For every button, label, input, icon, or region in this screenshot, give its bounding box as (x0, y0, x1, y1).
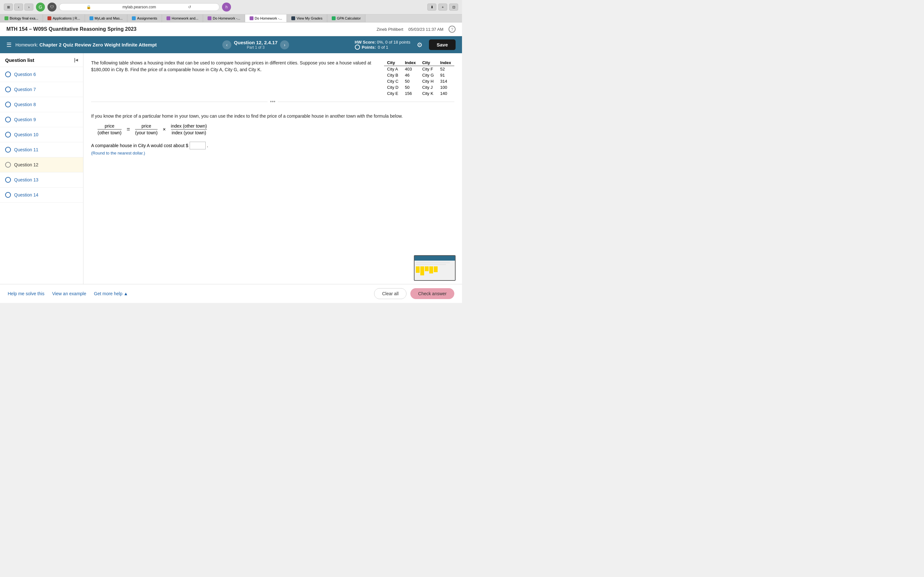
table-row: City B 46 City G 91 (384, 72, 454, 78)
points-line: Points: 0 of 1 (355, 45, 410, 50)
sidebar-item-q9[interactable]: Question 9 (0, 112, 83, 127)
check-answer-btn[interactable]: Check answer (410, 288, 454, 299)
q12-circle (5, 162, 11, 168)
extensions-btn[interactable]: ⊡ (449, 3, 458, 11)
sidebar-item-q8[interactable]: Question 8 (0, 97, 83, 112)
r2c1: City B (384, 72, 402, 78)
tab-icon-grades (291, 16, 295, 20)
rhs-fraction-index: index (other town) index (your town) (171, 123, 207, 135)
tab-label-applications: Applications | R... (53, 16, 80, 20)
browser-tabs: Biology final exa... Applications | R...… (0, 15, 462, 23)
tab-mylab[interactable]: MyLab and Mas... (85, 15, 128, 22)
download-btn[interactable]: ⬇ (427, 3, 436, 11)
hw-title: Chapter 2 Quiz Review Zero Weight Infini… (39, 42, 157, 47)
thumb-header (415, 256, 455, 261)
r3c4: 314 (437, 78, 454, 84)
sidebar-item-q13[interactable]: Question 13 (0, 172, 83, 187)
clear-all-btn[interactable]: Clear all (374, 288, 407, 299)
prev-question-btn[interactable]: ‹ (222, 40, 231, 49)
col-index2: Index (437, 60, 454, 66)
q6-circle (5, 71, 11, 77)
q9-circle (5, 117, 11, 122)
index-denominator: index (your town) (171, 130, 207, 135)
tab-icon-mylab (89, 16, 94, 20)
lhs-numerator: price (97, 123, 121, 129)
table-row: City A 403 City F 52 (384, 66, 454, 73)
answer-input[interactable] (190, 142, 206, 149)
hw-score-label: HW Score: (355, 40, 376, 45)
q14-circle (5, 192, 11, 198)
city-table-container: City Index City Index City A 403 City F (384, 60, 454, 97)
r5c3: City K (419, 90, 437, 97)
q11-label: Question 11 (14, 147, 39, 152)
menu-icon[interactable]: ☰ (6, 41, 11, 48)
tab-label-dohw2: Do Homework -... (255, 16, 282, 20)
help-me-solve-btn[interactable]: Help me solve this (8, 291, 44, 296)
tab-grades[interactable]: View My Grades (287, 15, 327, 22)
tab-gpa[interactable]: GPA Calculator (327, 15, 365, 22)
grammarly-icon: G (36, 3, 45, 11)
sidebar-item-q11[interactable]: Question 11 (0, 142, 83, 157)
tab-dohomework1[interactable]: Do Homework -... (203, 15, 245, 22)
datetime: 05/03/23 11:37 AM (409, 27, 443, 32)
q7-circle (5, 87, 11, 92)
formula-intro-text: If you know the price of a particular ho… (91, 113, 454, 119)
index-numerator: index (other town) (171, 123, 207, 129)
tab-applications[interactable]: Applications | R... (43, 15, 85, 22)
view-example-btn[interactable]: View an example (52, 291, 86, 296)
browser-controls: ⊞ ‹ › (4, 3, 33, 11)
points-label: Points: (362, 45, 376, 50)
r4c2: 50 (402, 84, 419, 90)
sidebar-item-q14[interactable]: Question 14 (0, 187, 83, 203)
thumb-bar2 (420, 266, 424, 276)
address-bar[interactable]: 🔒 mylab.pearson.com ↺ (59, 3, 220, 11)
thumb-content (415, 261, 455, 277)
new-tab-btn[interactable]: + (438, 3, 447, 11)
thumbnail-overlay[interactable] (414, 255, 456, 281)
tab-assignments[interactable]: Assignments (128, 15, 162, 22)
tab-label-grades: View My Grades (296, 16, 322, 20)
main-layout: Question list |◂ Question 6 Question 7 Q… (0, 53, 462, 284)
thumb-line2 (416, 264, 446, 265)
r1c4: 52 (437, 66, 454, 73)
tab-label-mylab: MyLab and Mas... (95, 16, 123, 20)
q9-label: Question 9 (14, 117, 36, 122)
collapse-sidebar-btn[interactable]: |◂ (74, 57, 78, 63)
question-number: Question 12, 2.4.17 (234, 40, 278, 45)
rhs-den-price: (your town) (135, 130, 158, 135)
hw-bar: ☰ Homework: Chapter 2 Quiz Review Zero W… (0, 36, 462, 53)
sidebar-item-q10[interactable]: Question 10 (0, 127, 83, 142)
points-circle-icon (355, 45, 360, 50)
r3c1: City C (384, 78, 402, 84)
answer-prefix: A comparable house in City A would cost … (91, 143, 188, 148)
problem-text-area: The following table shows a housing inde… (91, 60, 378, 97)
sidebar-title: Question list (5, 57, 34, 63)
sidebar-item-q7[interactable]: Question 7 (0, 82, 83, 97)
q6-label: Question 6 (14, 72, 36, 77)
answer-hint: (Round to the nearest dollar.) (91, 151, 454, 155)
bottom-left: Help me solve this View an example Get m… (8, 291, 128, 296)
question-info: Question 12, 2.4.17 Part 1 of 3 (234, 40, 278, 50)
r1c1: City A (384, 66, 402, 73)
thumb-chart (416, 266, 454, 276)
window-control[interactable]: ⊞ (4, 3, 13, 11)
points-value: 0 of 1 (378, 45, 389, 50)
help-circle[interactable]: ? (449, 26, 456, 33)
settings-icon[interactable]: ⚙ (417, 41, 423, 49)
tab-dohomework2[interactable]: Do Homework -... (245, 15, 287, 22)
tab-biology[interactable]: Biology final exa... (0, 15, 43, 22)
save-button[interactable]: Save (429, 39, 456, 50)
hw-score-area: HW Score: 0%, 0 of 18 points Points: 0 o… (355, 39, 456, 50)
sidebar-item-q12[interactable]: Question 12 (0, 157, 83, 172)
hw-left: ☰ Homework: Chapter 2 Quiz Review Zero W… (6, 41, 157, 48)
back-button[interactable]: ‹ (14, 3, 23, 11)
formula-equation: price (other town) = price (your town) ×… (97, 123, 454, 135)
next-question-btn[interactable]: › (280, 40, 289, 49)
q8-label: Question 8 (14, 102, 36, 107)
forward-button[interactable]: › (24, 3, 33, 11)
tab-homework1[interactable]: Homework and... (162, 15, 203, 22)
q10-circle (5, 132, 11, 137)
get-more-help-btn[interactable]: Get more help ▲ (94, 291, 128, 296)
sidebar-item-q6[interactable]: Question 6 (0, 67, 83, 82)
answer-section: A comparable house in City A would cost … (91, 142, 454, 155)
